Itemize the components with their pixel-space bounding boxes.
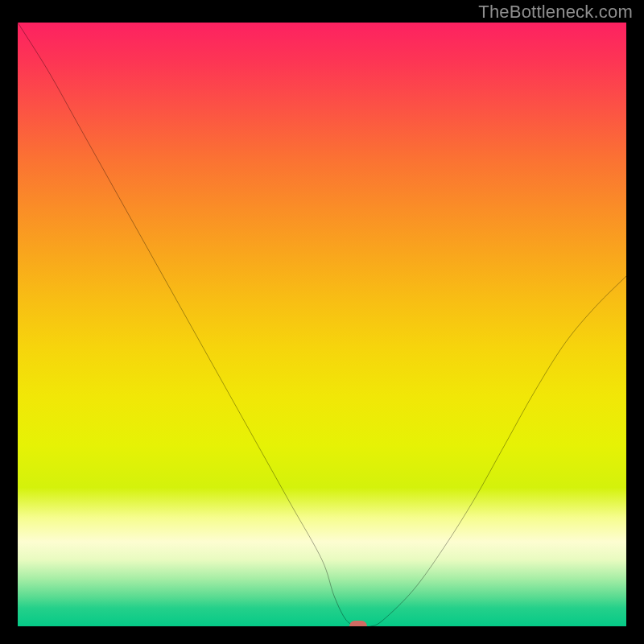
plot-area: [18, 23, 626, 626]
optimal-point-marker: [349, 621, 367, 626]
watermark-text: TheBottleneck.com: [478, 2, 633, 23]
chart-frame: TheBottleneck.com: [0, 0, 644, 644]
bottleneck-curve: [18, 23, 626, 626]
